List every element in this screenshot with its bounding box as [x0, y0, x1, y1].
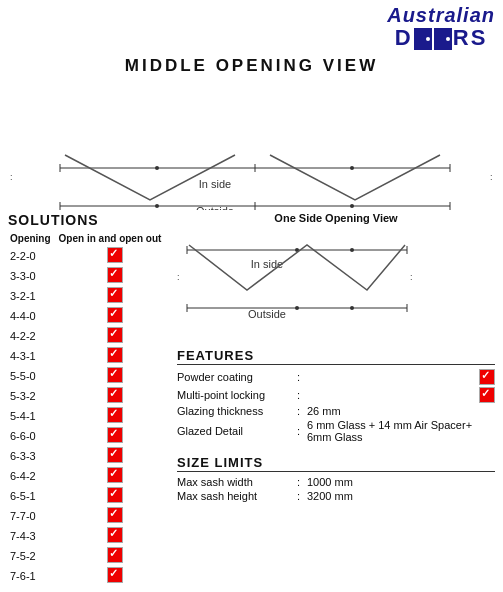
table-row: 3-2-1 — [8, 286, 173, 306]
svg-text::: : — [177, 272, 180, 282]
opening-code: 6-3-3 — [8, 446, 57, 466]
check-icon — [107, 347, 123, 363]
table-row: 5-4-1 — [8, 406, 173, 426]
check-icon — [107, 487, 123, 503]
check-icon — [107, 307, 123, 323]
features-section: FEATURES Powder coating:Multi-point lock… — [177, 348, 495, 445]
table-row: 2-2-0 — [8, 246, 173, 266]
table-row: 7-5-2 — [8, 546, 173, 566]
check-cell — [57, 346, 173, 366]
check-icon — [107, 427, 123, 443]
opening-code: 3-2-1 — [8, 286, 57, 306]
size-value: 1000 mm — [307, 476, 495, 488]
check-cell — [57, 486, 173, 506]
svg-point-26 — [295, 306, 299, 310]
features-title: FEATURES — [177, 348, 495, 365]
check-icon — [107, 287, 123, 303]
lower-section: SOLUTIONS Opening Open in and open out 2… — [0, 212, 503, 586]
opening-code: 7-6-1 — [8, 566, 57, 586]
check-icon — [107, 547, 123, 563]
opening-code: 3-3-0 — [8, 266, 57, 286]
check-cell — [57, 526, 173, 546]
feature-colon: : — [297, 405, 307, 417]
table-row: 4-2-2 — [8, 326, 173, 346]
table-row: 6-4-2 — [8, 466, 173, 486]
logo-line2: DRS — [387, 26, 495, 50]
feature-label: Powder coating — [177, 371, 297, 383]
check-cell — [57, 406, 173, 426]
solutions-panel: SOLUTIONS Opening Open in and open out 2… — [8, 212, 173, 586]
table-row: 5-3-2 — [8, 386, 173, 406]
opening-code: 5-4-1 — [8, 406, 57, 426]
check-icon — [107, 527, 123, 543]
col-openinout: Open in and open out — [57, 232, 173, 246]
opening-code: 7-4-3 — [8, 526, 57, 546]
check-cell — [57, 246, 173, 266]
svg-point-20 — [350, 248, 354, 252]
feature-row: Multi-point locking: — [177, 387, 495, 403]
check-cell — [57, 306, 173, 326]
page-title: Middle Opening View — [0, 56, 503, 76]
top-diagram-svg: In side Outside : : — [0, 80, 503, 210]
feature-colon: : — [297, 389, 307, 401]
opening-code: 4-4-0 — [8, 306, 57, 326]
feature-colon: : — [297, 371, 307, 383]
opening-code: 7-5-2 — [8, 546, 57, 566]
check-cell — [57, 326, 173, 346]
header: Australian DRS — [0, 0, 503, 50]
table-row: 3-3-0 — [8, 266, 173, 286]
logo: Australian DRS — [387, 4, 495, 50]
svg-text:In side: In side — [251, 258, 283, 270]
table-row: 4-3-1 — [8, 346, 173, 366]
check-cell — [57, 366, 173, 386]
svg-text:In side: In side — [199, 178, 231, 190]
table-row: 6-5-1 — [8, 486, 173, 506]
feature-label: Glazing thickness — [177, 405, 297, 417]
opening-code: 5-5-0 — [8, 366, 57, 386]
check-cell — [57, 446, 173, 466]
svg-point-27 — [350, 306, 354, 310]
size-label: Max sash width — [177, 476, 297, 488]
check-icon — [107, 387, 123, 403]
svg-text:Outside: Outside — [248, 308, 286, 320]
opening-code: 4-2-2 — [8, 326, 57, 346]
svg-text::: : — [410, 272, 413, 282]
table-row: 7-6-1 — [8, 566, 173, 586]
opening-code: 6-5-1 — [8, 486, 57, 506]
table-row: 7-4-3 — [8, 526, 173, 546]
feature-label: Glazed Detail — [177, 425, 297, 437]
feature-value: 26 mm — [307, 405, 495, 417]
check-icon — [107, 407, 123, 423]
svg-point-13 — [350, 204, 354, 208]
opening-code: 4-3-1 — [8, 346, 57, 366]
feature-row: Powder coating: — [177, 369, 495, 385]
table-row: 4-4-0 — [8, 306, 173, 326]
feature-row: Glazing thickness:26 mm — [177, 405, 495, 417]
table-row: 7-7-0 — [8, 506, 173, 526]
table-row: 6-6-0 — [8, 426, 173, 446]
check-cell — [57, 386, 173, 406]
check-icon — [107, 367, 123, 383]
opening-code: 6-6-0 — [8, 426, 57, 446]
check-cell — [57, 546, 173, 566]
right-panel: One Side Opening View In side Outside — [177, 212, 495, 586]
size-limits-title: SIZE LIMITS — [177, 455, 495, 472]
size-colon: : — [297, 476, 307, 488]
table-row: 6-3-3 — [8, 446, 173, 466]
one-side-diagram: In side Outside : : — [177, 230, 495, 340]
feature-value: 6 mm Glass + 14 mm Air Spacer+ 6mm Glass — [307, 419, 495, 443]
size-row: Max sash height:3200 mm — [177, 490, 495, 502]
svg-point-12 — [155, 204, 159, 208]
size-value: 3200 mm — [307, 490, 495, 502]
opening-code: 6-4-2 — [8, 466, 57, 486]
svg-point-5 — [350, 166, 354, 170]
col-opening: Opening — [8, 232, 57, 246]
check-icon — [107, 447, 123, 463]
check-icon — [107, 327, 123, 343]
opening-code: 7-7-0 — [8, 506, 57, 526]
feature-label: Multi-point locking — [177, 389, 297, 401]
check-icon — [107, 567, 123, 583]
one-side-label: One Side Opening View — [177, 212, 495, 224]
svg-text::: : — [490, 172, 493, 182]
check-cell — [57, 286, 173, 306]
